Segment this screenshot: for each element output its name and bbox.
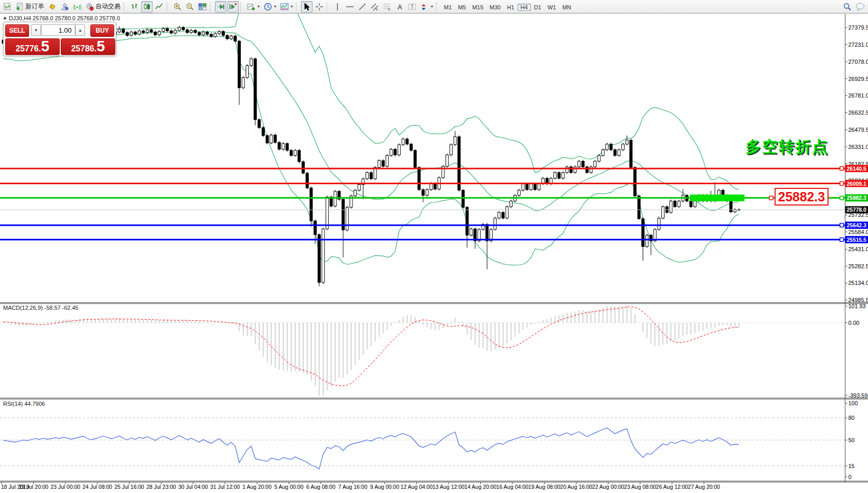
zoom-in-button[interactable] [172, 1, 183, 12]
volume-input[interactable] [41, 24, 75, 36]
svg-text:25642.3: 25642.3 [847, 222, 866, 228]
cursor-tool-button[interactable] [301, 1, 313, 12]
time-axis-label: 30 Jul 04:00 [178, 484, 208, 490]
text-label-tool-button[interactable]: T [406, 1, 418, 12]
tile-windows-button[interactable] [197, 1, 208, 12]
new-order-label: 新订单 [25, 2, 44, 11]
timeframe-W1[interactable]: W1 [545, 4, 560, 11]
timeframe-H4[interactable]: H4 [518, 4, 531, 11]
templates-caret-icon: ▾ [291, 4, 293, 9]
time-axis-label: 16 Aug 04:00 [496, 484, 528, 490]
bar-chart-type-button[interactable] [129, 1, 140, 12]
toolbar-separator [296, 2, 299, 11]
timeframe-MN[interactable]: MN [559, 4, 574, 11]
signals-icon[interactable] [72, 1, 83, 12]
arrows-tool-button[interactable]: ▾ [419, 1, 435, 12]
fibonacci-tool-button[interactable]: F [382, 1, 393, 12]
svg-text:A: A [398, 3, 403, 11]
auto-trading-button[interactable]: 自动交易 [84, 1, 122, 12]
price-tick-label: 26479.5 [848, 127, 868, 133]
trendline-tool-button[interactable] [357, 1, 368, 12]
candlestick-chart-type-button[interactable] [141, 1, 153, 12]
price-tick-label: 27078.0 [848, 59, 868, 65]
time-axis-label: 19 Jul 20:00 [19, 484, 48, 490]
chart-annotation-text: 多空转折点 [745, 136, 829, 158]
timeframe-M15[interactable]: M15 [469, 4, 486, 11]
price-tick-label: 26781.0 [848, 92, 868, 99]
buy-price-last-digit: 5 [97, 39, 105, 53]
svg-text:T: T [411, 4, 414, 10]
volume-increase-button[interactable]: ▲ [75, 24, 85, 36]
add-indicator-button[interactable]: ▾ [246, 1, 261, 12]
price-tick-label: 27231.0 [848, 42, 868, 48]
chart-shift-button[interactable] [227, 1, 239, 12]
buy-button[interactable]: BUY [90, 24, 114, 37]
price-tick-label: 26632.5 [848, 109, 868, 116]
svg-text:26140.5: 26140.5 [847, 166, 866, 172]
timeframe-D1[interactable]: D1 [531, 4, 545, 11]
periods-clock-button[interactable]: ▾ [262, 1, 278, 12]
price-callout-label[interactable]: 25882.3 [775, 188, 829, 206]
macd-tick-label: 0.00 [848, 320, 859, 326]
equidistant-channel-tool-button[interactable]: E [369, 1, 381, 12]
rsi-tick-label: 0 [848, 474, 851, 480]
macd-indicator-label: MACD(12,26,9) -58.57 -62.45 [3, 305, 78, 311]
svg-text:26009.1: 26009.1 [847, 181, 866, 187]
accounts-profile-icon[interactable] [59, 1, 71, 12]
line-endpoint-marker[interactable] [769, 196, 773, 200]
one-click-trading-panel: SELL ▼ ▲ BUY 25776.5 25786.5 [3, 22, 116, 56]
price-tick-label: 26929.5 [848, 76, 868, 82]
vertical-line-tool-button[interactable] [332, 1, 343, 12]
timeframe-H1[interactable]: H1 [504, 4, 517, 11]
time-axis-label: 13 Aug 12:00 [432, 484, 465, 490]
auto-scroll-button[interactable] [215, 1, 226, 12]
price-tick-label: 25431.0 [848, 246, 868, 252]
time-axis-label: 23 Jul 00:00 [50, 484, 80, 490]
rsi-tick-label: 100 [848, 400, 858, 406]
price-tick-label: 24985.5 [848, 297, 868, 303]
time-axis-label: 12 Aug 04:00 [401, 484, 433, 490]
main-toolbar: 新订单 自动交易 ▾ ▾ [0, 0, 868, 13]
time-axis-label: 27 Aug 20:00 [688, 484, 720, 490]
sell-button[interactable]: SELL [5, 24, 29, 37]
text-tool-button[interactable]: A [394, 1, 405, 12]
time-axis-label: 25 Jul 16:00 [114, 484, 144, 490]
add-indicator-caret-icon: ▾ [257, 4, 260, 9]
svg-text:E: E [376, 8, 378, 11]
sell-price-display[interactable]: 25776.5 [5, 38, 60, 55]
time-axis-label: 20 Aug 16:00 [560, 484, 592, 490]
rsi-tick-label: 80 [848, 415, 855, 421]
new-order-button[interactable]: 新订单 [14, 1, 46, 12]
volume-decrease-button[interactable]: ▼ [31, 24, 41, 36]
time-axis-label: 7 Aug 16:00 [338, 484, 367, 490]
buy-price-main: 25786. [71, 42, 97, 56]
highlight-zone-box[interactable] [690, 195, 744, 201]
price-tick-label: 26331.0 [848, 144, 868, 150]
timeframe-M5[interactable]: M5 [455, 4, 469, 11]
time-axis-label: 1 Aug 20:00 [242, 484, 272, 490]
crosshair-tool-button[interactable] [314, 1, 325, 12]
sell-price-main: 25776. [16, 42, 41, 56]
horizontal-line-tool-button[interactable] [344, 1, 356, 12]
time-axis-label: 28 Jul 23:00 [146, 484, 176, 490]
time-axis-label: 19 Aug 08:00 [528, 484, 561, 490]
line-chart-type-button[interactable] [154, 1, 165, 12]
price-tick-label: 25134.0 [848, 280, 868, 286]
macd-tick-label: -393.59 [848, 392, 867, 399]
trade-panel-collapse-icon[interactable]: ▲ [3, 15, 7, 20]
time-axis-label: 26 Aug 12:00 [656, 484, 688, 490]
chart-canvas[interactable]: 27379.527231.027078.026929.526781.026632… [0, 0, 868, 493]
timeframe-M1[interactable]: M1 [441, 4, 455, 11]
market-watch-gold-icon[interactable] [47, 1, 58, 12]
templates-button[interactable]: ▾ [279, 1, 294, 12]
svg-text:25515.5: 25515.5 [847, 237, 866, 243]
timeframe-M30[interactable]: M30 [486, 4, 504, 11]
buy-price-display[interactable]: 25786.5 [61, 38, 115, 55]
window-chart-icon [2, 1, 13, 12]
chat-bubble-icon[interactable] [854, 1, 866, 12]
time-axis-label: 6 Aug 08:00 [306, 484, 335, 490]
toolbar-separator [124, 2, 126, 11]
zoom-out-button[interactable] [184, 1, 196, 12]
search-icon[interactable] [842, 1, 853, 12]
macd-tick-label: 101.93 [848, 303, 866, 309]
